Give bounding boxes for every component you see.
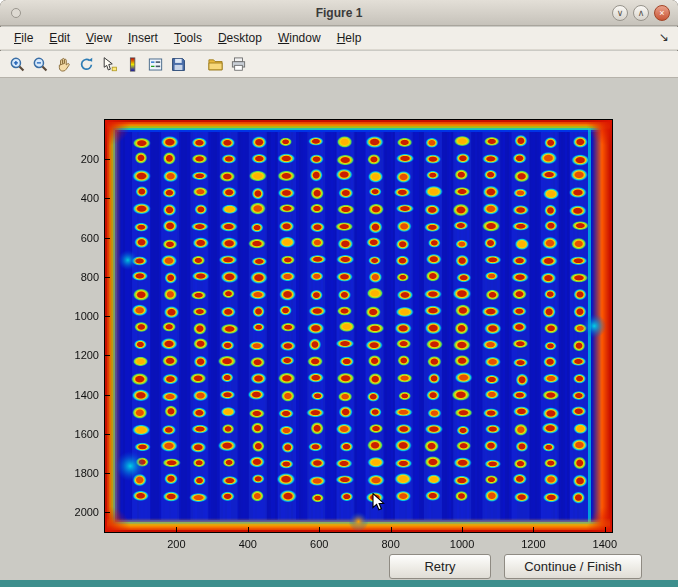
data-cursor-icon[interactable] <box>98 53 120 75</box>
y-tick <box>105 473 110 474</box>
menu-insert[interactable]: Insert <box>120 28 166 48</box>
menu-view[interactable]: View <box>78 28 120 48</box>
y-tick <box>105 355 110 356</box>
x-tick <box>462 527 463 532</box>
menu-window[interactable]: Window <box>270 28 329 48</box>
y-tick <box>105 512 110 513</box>
y-tick-label: 1800 <box>57 466 99 480</box>
rotate-3d-icon[interactable] <box>75 53 97 75</box>
y-tick <box>105 238 110 239</box>
window-controls: ∨ ∧ × <box>612 5 670 21</box>
x-tick <box>605 527 606 532</box>
y-tick-label: 200 <box>57 152 99 166</box>
y-tick-label: 600 <box>57 231 99 245</box>
x-tick-label: 800 <box>370 537 412 551</box>
zoom-out-icon[interactable] <box>29 53 51 75</box>
dock-figure-icon[interactable]: ↘ <box>659 30 669 44</box>
zoom-in-icon[interactable] <box>6 53 28 75</box>
y-tick-label: 1200 <box>57 348 99 362</box>
colorbar-icon[interactable] <box>121 53 143 75</box>
continue-button[interactable]: Continue / Finish <box>504 554 642 579</box>
menu-tools[interactable]: Tools <box>166 28 210 48</box>
y-tick-label: 2000 <box>57 505 99 519</box>
desktop-strip <box>0 580 678 587</box>
y-tick <box>105 316 110 317</box>
y-tick <box>105 434 110 435</box>
x-tick <box>533 527 534 532</box>
x-tick <box>391 527 392 532</box>
x-tick-label: 200 <box>155 537 197 551</box>
x-tick <box>248 527 249 532</box>
x-tick-label: 1400 <box>584 537 626 551</box>
insert-legend-icon[interactable] <box>144 53 166 75</box>
maximize-button[interactable]: ∧ <box>633 5 649 21</box>
x-tick-label: 600 <box>298 537 340 551</box>
minimize-button[interactable]: ∨ <box>612 5 628 21</box>
menu-edit[interactable]: Edit <box>41 28 78 48</box>
x-tick-label: 1200 <box>512 537 554 551</box>
close-button[interactable]: × <box>654 5 670 21</box>
y-tick-label: 1000 <box>57 309 99 323</box>
y-tick-label: 1400 <box>57 388 99 402</box>
menu-file[interactable]: File <box>6 28 41 48</box>
retry-button[interactable]: Retry <box>389 554 491 579</box>
y-tick <box>105 277 110 278</box>
window-title: Figure 1 <box>0 6 678 20</box>
x-tick <box>176 527 177 532</box>
y-tick-label: 1600 <box>57 427 99 441</box>
save-icon[interactable] <box>167 53 189 75</box>
print-icon[interactable] <box>227 53 249 75</box>
figure-window: Figure 1 ∨ ∧ × ↘ FileEditViewInsertTools… <box>0 0 678 587</box>
y-tick <box>105 159 110 160</box>
y-tick-label: 400 <box>57 191 99 205</box>
x-tick-label: 400 <box>227 537 269 551</box>
y-tick <box>105 198 110 199</box>
x-tick <box>319 527 320 532</box>
y-tick-label: 800 <box>57 270 99 284</box>
open-icon[interactable] <box>204 53 226 75</box>
menubar: ↘ FileEditViewInsertToolsDesktopWindowHe… <box>0 27 678 50</box>
y-tick <box>105 395 110 396</box>
axes: 2004006008001000120014002004006008001000… <box>104 119 613 533</box>
menu-desktop[interactable]: Desktop <box>210 28 270 48</box>
microarray-image[interactable] <box>105 120 612 532</box>
titlebar[interactable]: Figure 1 ∨ ∧ × <box>0 0 678 26</box>
pan-icon[interactable] <box>52 53 74 75</box>
figure-toolbar <box>0 51 678 78</box>
x-tick-label: 1000 <box>441 537 483 551</box>
menu-help[interactable]: Help <box>329 28 370 48</box>
figure-client-area: 2004006008001000120014002004006008001000… <box>0 78 678 580</box>
